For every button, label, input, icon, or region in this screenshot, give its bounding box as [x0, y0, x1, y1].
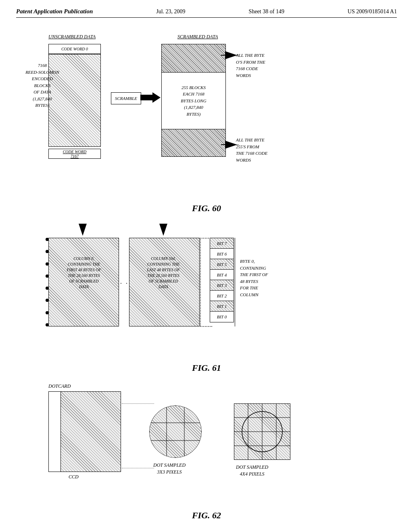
col0-box	[48, 238, 119, 326]
scrambled-main-box: 255 BLOCKSEACH 7168BYTES LONG(1,827,840B…	[161, 44, 226, 157]
dot-sampled-4x4-label: DOT SAMPLED4X4 PIXELS	[236, 464, 268, 478]
unscrambled-main-box	[48, 54, 101, 147]
dot-circle-3x3	[149, 405, 202, 458]
publication-title: Patent Application Publication	[16, 8, 93, 15]
arrow-down-col0-icon	[79, 224, 87, 237]
page: Patent Application Publication Jul. 23, …	[0, 0, 413, 532]
dotted-connector-bottom	[200, 326, 212, 327]
brace-line	[235, 238, 235, 326]
annotation-bottom-right: ALL THE BYTE255'S FROMTHE 7168 CODEWORDS	[236, 137, 267, 163]
bit-3-row: BIT 3	[210, 280, 234, 291]
svg-marker-6	[159, 224, 167, 236]
fig62-label: FIG. 62	[16, 510, 397, 521]
dotcard-strip	[49, 392, 61, 472]
bit-1-row: BIT 1	[210, 301, 234, 312]
col594-box	[129, 238, 200, 326]
scramble-arrow-icon	[140, 91, 161, 105]
bit-5-row: BIT 5	[210, 259, 234, 270]
svg-marker-5	[79, 224, 87, 236]
svg-marker-1	[225, 51, 237, 59]
dotcard-main-area	[61, 392, 121, 472]
code-word-0-label: CODE WORD 0	[61, 47, 88, 51]
scrambled-data-label: SCRAMBLED DATA	[177, 34, 218, 40]
annotation-top-right: ALL THE BYTEO'S FROM THE7168 CODEWORDS	[236, 52, 265, 79]
fig61-diagram: COLUMN 0,CONTAINING THEFIRST 48 BYTES OF…	[16, 222, 397, 359]
unscrambled-data-label: UNSCRAMBLED DATA	[48, 34, 96, 40]
dotcard-box	[48, 391, 121, 472]
bit-0-row: BIT 0	[210, 311, 234, 322]
scramble-box: SCRAMBLE	[111, 92, 141, 104]
scrambled-inner-text: 255 BLOCKSEACH 7168BYTES LONG(1,827,840B…	[181, 84, 206, 118]
dotted-line-bottom-62	[122, 468, 154, 468]
dot-sampled-3x3-label: DOT SAMPLED3X3 PIXELS	[153, 462, 186, 476]
bit-2-row: BIT 2	[210, 290, 234, 301]
dotted-line-top-62	[122, 403, 154, 404]
fig62-diagram: DOTCARD CCD D	[16, 381, 397, 506]
patent-number: US 2009/0185014 A1	[348, 8, 397, 15]
publication-date: Jul. 23, 2009	[156, 8, 185, 15]
svg-marker-0	[140, 92, 161, 103]
code-word-7167-label: CODE WORD7167	[63, 150, 87, 158]
sheet-info: Sheet 38 of 149	[249, 8, 284, 15]
fig60-label: FIG. 60	[16, 203, 397, 214]
arrow-down-col594-icon	[159, 224, 167, 237]
scramble-label: SCRAMBLE	[115, 96, 137, 101]
code-word-7167-box: CODE WORD7167	[48, 149, 101, 159]
bit-6-row: BIT 6	[210, 248, 234, 260]
bit-rows: BIT 7 BIT 6 BIT 5 BIT 4 BIT 3 BIT 2 BIT …	[210, 238, 234, 322]
dotcard-label: DOTCARD	[48, 383, 71, 389]
ccd-label: CCD	[69, 474, 79, 480]
code-word-0-box: CODE WORD 0	[48, 44, 101, 54]
fig60-diagram: UNSCRAMBLED DATA CODE WORD 0 7168REED-SO…	[16, 30, 397, 199]
dotted-connector-right-vert	[200, 238, 201, 326]
arrow-to-scrambled-top-icon	[221, 51, 237, 61]
bit-annotation: BYTE 0,CONTAININGTHE FIRST OF48 BYTESFOR…	[240, 258, 268, 298]
bit-7-row: BIT 7	[210, 238, 234, 249]
arrow-to-scrambled-bottom-icon	[221, 141, 237, 150]
bit-4-row: BIT 4	[210, 269, 234, 281]
page-header: Patent Application Publication Jul. 23, …	[16, 8, 397, 18]
dot-box-4x4	[234, 403, 290, 460]
fig61-label: FIG. 61	[16, 363, 397, 373]
